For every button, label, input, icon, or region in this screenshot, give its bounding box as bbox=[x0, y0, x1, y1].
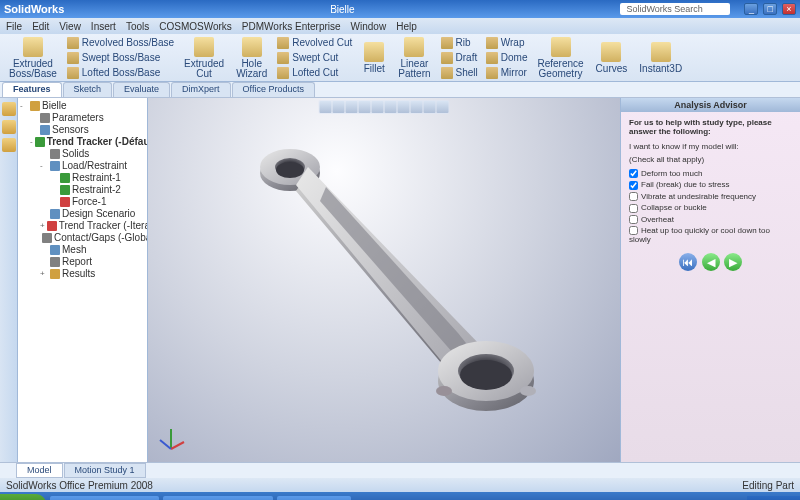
menu-pdmworks enterprise[interactable]: PDMWorks Enterprise bbox=[242, 21, 341, 32]
advisor-subtext: (Check all that apply) bbox=[629, 155, 792, 164]
curves-button[interactable]: Curves bbox=[591, 39, 633, 77]
tab-evaluate[interactable]: Evaluate bbox=[113, 82, 170, 97]
dome-button[interactable]: Dome bbox=[483, 51, 531, 65]
lofted-boss-button[interactable]: Lofted Boss/Base bbox=[64, 66, 177, 80]
advisor-question: For us to help with study type, please a… bbox=[629, 118, 792, 136]
lofted-cut-button[interactable]: Lofted Cut bbox=[274, 66, 355, 80]
tree-item[interactable]: +Trend Tracker (-Iteration 4-) bbox=[20, 220, 145, 232]
view-tool-icon[interactable] bbox=[320, 101, 332, 113]
extruded-boss-button[interactable]: Extruded Boss/Base bbox=[4, 34, 62, 82]
revolved-cut-button[interactable]: Revolved Cut bbox=[274, 36, 355, 50]
rib-button[interactable]: Rib bbox=[438, 36, 481, 50]
advisor-next-button[interactable]: ▶ bbox=[724, 253, 742, 271]
menu-help[interactable]: Help bbox=[396, 21, 417, 32]
hole-wizard-button[interactable]: Hole Wizard bbox=[231, 34, 272, 82]
svg-line-12 bbox=[160, 440, 171, 449]
view-tool-icon[interactable] bbox=[333, 101, 345, 113]
tab-features[interactable]: Features bbox=[2, 82, 62, 97]
tree-item[interactable]: Restraint-2 bbox=[20, 184, 145, 196]
revolved-boss-button[interactable]: Revolved Boss/Base bbox=[64, 36, 177, 50]
view-tool-icon[interactable] bbox=[411, 101, 423, 113]
bottom-tab-model[interactable]: Model bbox=[16, 463, 63, 478]
tree-item[interactable]: -Bielle bbox=[20, 100, 145, 112]
svg-point-9 bbox=[436, 386, 452, 396]
tree-item[interactable]: Parameters bbox=[20, 112, 145, 124]
advisor-prev-button[interactable]: ◀ bbox=[702, 253, 720, 271]
advisor-option[interactable]: Fail (break) due to stress bbox=[629, 179, 792, 190]
ribbon-tabs: FeaturesSketchEvaluateDimXpertOffice Pro… bbox=[0, 82, 800, 98]
wrap-button[interactable]: Wrap bbox=[483, 36, 531, 50]
analysis-advisor-panel: Analysis Advisor For us to help with stu… bbox=[620, 98, 800, 462]
mirror-button[interactable]: Mirror bbox=[483, 66, 531, 80]
tree-item[interactable]: -Trend Tracker (-Défaut-) bbox=[20, 136, 145, 148]
advisor-option[interactable]: Overheat bbox=[629, 214, 792, 225]
advisor-first-button[interactable]: ⏮ bbox=[679, 253, 697, 271]
menu-tools[interactable]: Tools bbox=[126, 21, 149, 32]
linear-pattern-button[interactable]: Linear Pattern bbox=[393, 34, 435, 82]
shell-button[interactable]: Shell bbox=[438, 66, 481, 80]
view-tool-icon[interactable] bbox=[359, 101, 371, 113]
swept-cut-button[interactable]: Swept Cut bbox=[274, 51, 355, 65]
menu-insert[interactable]: Insert bbox=[91, 21, 116, 32]
window-buttons: _ □ × bbox=[742, 3, 796, 15]
advisor-subtext: I want to know if my model will: bbox=[629, 142, 792, 151]
minimize-button[interactable]: _ bbox=[744, 3, 758, 15]
extruded-cut-button[interactable]: Extruded Cut bbox=[179, 34, 229, 82]
system-tray[interactable]: 8:56 AM bbox=[747, 496, 800, 501]
search-input[interactable]: SolidWorks Search bbox=[620, 3, 730, 15]
advisor-option[interactable]: Deform too much bbox=[629, 168, 792, 179]
tree-item[interactable]: Mesh bbox=[20, 244, 145, 256]
taskbar-item[interactable]: untitled - Paint bbox=[277, 496, 351, 500]
view-tool-icon[interactable] bbox=[385, 101, 397, 113]
view-tool-icon[interactable] bbox=[398, 101, 410, 113]
draft-button[interactable]: Draft bbox=[438, 51, 481, 65]
menu-bar: FileEditViewInsertToolsCOSMOSWorksPDMWor… bbox=[0, 18, 800, 34]
windows-taskbar: start So you thought Desig...SolidWorks … bbox=[0, 492, 800, 500]
tree-item[interactable]: Force-1 bbox=[20, 196, 145, 208]
maximize-button[interactable]: □ bbox=[763, 3, 777, 15]
orientation-triad[interactable] bbox=[156, 424, 186, 454]
view-tool-icon[interactable] bbox=[424, 101, 436, 113]
swept-boss-button[interactable]: Swept Boss/Base bbox=[64, 51, 177, 65]
tree-item[interactable]: Contact/Gaps (-Global: Bonded-) bbox=[20, 232, 145, 244]
feature-tree[interactable]: -BielleParametersSensors-Trend Tracker (… bbox=[18, 98, 148, 462]
app-logo: SolidWorks bbox=[4, 3, 64, 15]
side-icon[interactable] bbox=[2, 102, 16, 116]
tree-item[interactable]: Solids bbox=[20, 148, 145, 160]
viewport-3d[interactable] bbox=[148, 98, 620, 462]
side-icon[interactable] bbox=[2, 120, 16, 134]
fillet-button[interactable]: Fillet bbox=[357, 39, 391, 77]
taskbar-item[interactable]: So you thought Desig... bbox=[50, 496, 160, 500]
instant3d-button[interactable]: Instant3D bbox=[634, 39, 687, 77]
menu-edit[interactable]: Edit bbox=[32, 21, 49, 32]
menu-view[interactable]: View bbox=[59, 21, 81, 32]
advisor-option[interactable]: Heat up too quickly or cool down too slo… bbox=[629, 225, 792, 245]
taskbar-item[interactable]: SolidWorks Office Pre... bbox=[163, 496, 273, 500]
advisor-option[interactable]: Vibrate at undesirable frequency bbox=[629, 191, 792, 202]
part-model-render bbox=[208, 133, 548, 443]
tree-item[interactable]: Restraint-1 bbox=[20, 172, 145, 184]
bottom-tab-motion-study-1[interactable]: Motion Study 1 bbox=[64, 463, 146, 478]
close-button[interactable]: × bbox=[782, 3, 796, 15]
view-tool-icon[interactable] bbox=[372, 101, 384, 113]
menu-cosmosworks[interactable]: COSMOSWorks bbox=[159, 21, 232, 32]
status-right: Editing Part bbox=[742, 480, 794, 491]
tab-sketch[interactable]: Sketch bbox=[63, 82, 113, 97]
tree-item[interactable]: Sensors bbox=[20, 124, 145, 136]
start-button[interactable]: start bbox=[0, 494, 46, 500]
menu-file[interactable]: File bbox=[6, 21, 22, 32]
view-tool-icon[interactable] bbox=[437, 101, 449, 113]
view-tool-icon[interactable] bbox=[346, 101, 358, 113]
svg-point-7 bbox=[460, 360, 512, 390]
menu-window[interactable]: Window bbox=[351, 21, 387, 32]
side-icon[interactable] bbox=[2, 138, 16, 152]
tree-item[interactable]: Report bbox=[20, 256, 145, 268]
tree-item[interactable]: +Results bbox=[20, 268, 145, 280]
svg-line-11 bbox=[171, 442, 184, 449]
tab-dimxpert[interactable]: DimXpert bbox=[171, 82, 231, 97]
ref-geom-button[interactable]: Reference Geometry bbox=[532, 34, 588, 82]
tree-item[interactable]: Design Scenario bbox=[20, 208, 145, 220]
tree-item[interactable]: -Load/Restraint bbox=[20, 160, 145, 172]
tab-office-products[interactable]: Office Products bbox=[232, 82, 315, 97]
advisor-option[interactable]: Collapse or buckle bbox=[629, 202, 792, 213]
